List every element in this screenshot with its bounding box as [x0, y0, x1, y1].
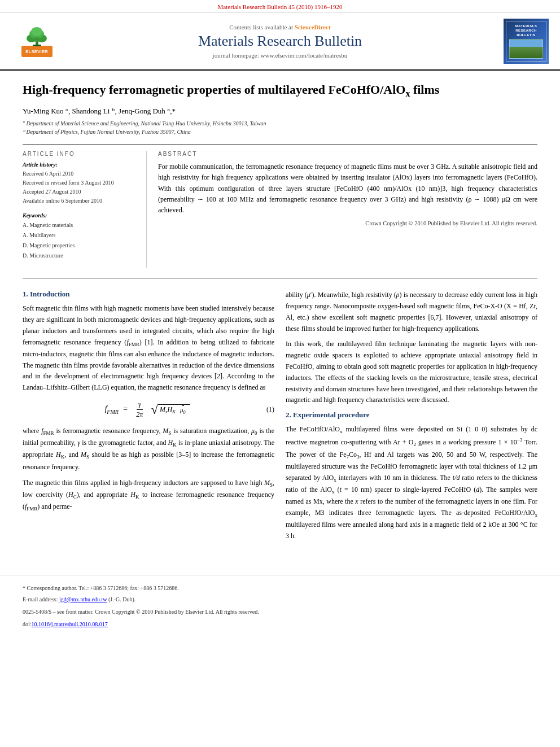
corresponding-author: * Corresponding author. Tel.: +886 3 571…: [23, 584, 537, 593]
affiliations: ° Department of Material Science and Eng…: [23, 119, 537, 136]
article-title: High-frequency ferromagnetic properties …: [23, 82, 537, 100]
mrb-logo-line2: RESEARCH: [515, 29, 537, 32]
keywords-section: Keywords: A. Magnetic materials A. Multi…: [23, 212, 138, 261]
journal-citation: Materials Research Bulletin 45 (2010) 19…: [218, 3, 343, 10]
introduction-heading: 1. Introduction: [23, 290, 274, 299]
email-address: E-mail address: jgd@mx.nthu.edu.tw (J.-G…: [23, 595, 537, 604]
article-meta-section: ARTICLE INFO Article history: Received 6…: [23, 151, 537, 268]
svg-rect-8: [33, 45, 41, 46]
journal-header: ELSEVIER Contents lists available at Sci…: [0, 13, 560, 71]
keyword-1: A. Magnetic materials: [23, 220, 138, 230]
journal-title: Materials Research Bulletin: [68, 33, 492, 50]
mrb-logo: MATERIALS RESEARCH BULLETIN: [504, 19, 549, 64]
mrb-logo-line3: BULLETIN: [517, 33, 536, 37]
journal-citation-bar: Materials Research Bulletin 45 (2010) 19…: [0, 0, 560, 13]
doi-link[interactable]: 10.1016/j.matresbull.2010.08.017: [32, 621, 108, 627]
equation-number: (1): [266, 405, 274, 414]
experimental-heading: 2. Experimental procedure: [286, 410, 537, 420]
journal-center: Contents lists available at ScienceDirec…: [68, 24, 492, 59]
mrb-logo-box: MATERIALS RESEARCH BULLETIN: [498, 19, 549, 64]
email-link[interactable]: jgd@mx.nthu.edu.tw: [59, 596, 107, 602]
right-para-2: In this work, the multilayered film tech…: [286, 339, 537, 406]
received-1: Received 6 April 2010: [23, 169, 138, 178]
intro-para-2: where fFMR is ferromagnetic resonance fr…: [23, 426, 274, 473]
keyword-2: A. Multilayers: [23, 230, 138, 241]
divider-1: [23, 145, 537, 145]
equation-content: fFMR = γ 2π √ MsHK μ0: [104, 400, 192, 419]
sciencedirect-brand[interactable]: ScienceDirect: [295, 24, 331, 30]
accepted-date: Accepted 27 August 2010: [23, 187, 138, 196]
sciencedirect-label: Contents lists available at ScienceDirec…: [68, 24, 492, 30]
abstract-text: For mobile communication, the ferromagne…: [158, 161, 537, 216]
svg-text:ELSEVIER: ELSEVIER: [25, 49, 48, 54]
body-right-column: ability (μ′). Meanwhile, high resistivit…: [286, 290, 537, 547]
history-label: Article history:: [23, 161, 138, 168]
received-2: Received in revised form 3 August 2010: [23, 178, 138, 187]
keyword-3: D. Magnetic properties: [23, 241, 138, 251]
abstract-column: ABSTRACT For mobile communication, the f…: [158, 151, 537, 268]
mrb-logo-line1: MATERIALS: [515, 24, 537, 28]
available-date: Available online 6 September 2010: [23, 196, 138, 206]
main-content: High-frequency ferromagnetic properties …: [0, 71, 560, 563]
abstract-copyright: Crown Copyright © 2010 Published by Else…: [158, 220, 537, 226]
intro-para-3: The magnetic thin films applied in high-…: [23, 478, 274, 514]
footer-issn: 0025-5408/$ – see front matter. Crown Co…: [23, 608, 537, 617]
page-footer: * Corresponding author. Tel.: +886 3 571…: [0, 575, 560, 635]
divider-2: [23, 278, 537, 278]
elsevier-logo: ELSEVIER: [11, 26, 62, 57]
history-section: Article history: Received 6 April 2010 R…: [23, 161, 138, 206]
keywords-label: Keywords:: [23, 212, 138, 219]
author-list: Yu-Ming Kuo °, Shandong Li ᵇ, Jenq-Gong …: [23, 107, 176, 115]
keyword-4: D. Microstructure: [23, 251, 138, 261]
article-info-column: ARTICLE INFO Article history: Received 6…: [23, 151, 147, 268]
experimental-para: The FeCoHfO/AlOx multilayered films were…: [286, 424, 537, 542]
abstract-label: ABSTRACT: [158, 151, 537, 157]
intro-para-1: Soft magnetic thin films with high magne…: [23, 303, 274, 394]
footer-doi: doi:10.1016/j.matresbull.2010.08.017: [23, 620, 537, 629]
journal-homepage: journal homepage: www.elsevier.com/locat…: [68, 52, 492, 59]
equation-1: fFMR = γ 2π √ MsHK μ0: [23, 400, 274, 419]
affiliation-b: ᵇ Department of Physics, Fujian Normal U…: [23, 128, 537, 136]
body-content: 1. Introduction Soft magnetic thin films…: [23, 290, 537, 547]
affiliation-a: ° Department of Material Science and Eng…: [23, 119, 537, 128]
authors: Yu-Ming Kuo °, Shandong Li ᵇ, Jenq-Gong …: [23, 107, 537, 116]
right-para-1: ability (μ′). Meanwhile, high resistivit…: [286, 290, 537, 334]
svg-point-7: [31, 27, 42, 36]
body-left-column: 1. Introduction Soft magnetic thin films…: [23, 290, 274, 547]
article-info-label: ARTICLE INFO: [23, 151, 138, 157]
